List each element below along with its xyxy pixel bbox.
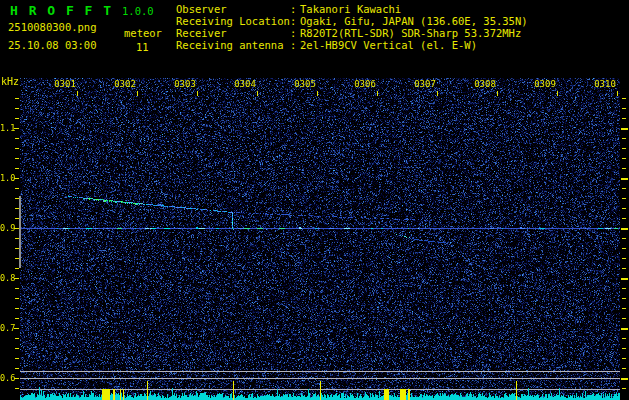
time-tick-label: 0302 <box>114 79 136 89</box>
station-info-row: Receiving antenna:2el-HB9CV Vertical (el… <box>176 39 528 51</box>
output-filename: 2510080300.png <box>8 21 97 33</box>
info-colon: : <box>290 39 300 51</box>
freq-tick-label: 0.9 <box>0 223 14 233</box>
freq-tick-label: 0.7 <box>0 323 14 333</box>
time-tick-label: 0304 <box>234 79 256 89</box>
time-tick-label: 0301 <box>54 79 76 89</box>
info-colon: : <box>290 3 300 15</box>
info-colon: : <box>290 15 300 27</box>
freq-tick-label: 0.8 <box>0 273 14 283</box>
time-tick-label: 0306 <box>354 79 376 89</box>
time-tick-label: 0308 <box>474 79 496 89</box>
station-info-row: Receiving Location:Ogaki, Gifu, JAPAN (1… <box>176 15 528 27</box>
freq-tick-label: 0.6 <box>0 373 14 383</box>
observation-datetime: 25.10.08 03:00 <box>8 39 97 51</box>
spectrogram-canvas <box>0 75 629 400</box>
station-info: Observer:Takanori KawachiReceiving Locat… <box>176 3 528 51</box>
echo-count: 11 <box>136 41 149 53</box>
info-value: Ogaki, Gifu, JAPAN (136.60E, 35.35N) <box>300 15 528 27</box>
info-colon: : <box>290 27 300 39</box>
info-value: Takanori Kawachi <box>300 3 401 15</box>
time-tick-label: 0310 <box>594 79 616 89</box>
time-tick-label: 0307 <box>414 79 436 89</box>
app-version: 1.0.0 <box>122 5 154 17</box>
info-label: Receiving antenna <box>176 39 290 51</box>
station-info-row: Receiver:R820T2(RTL-SDR) SDR-Sharp 53.37… <box>176 27 528 39</box>
info-label: Receiver <box>176 27 290 39</box>
mode-label: meteor <box>124 27 162 39</box>
info-value: R820T2(RTL-SDR) SDR-Sharp 53.372MHz <box>300 27 521 39</box>
hrofft-window: H R O F F T 1.0.0 2510080300.png meteor … <box>0 0 629 400</box>
info-label: Receiving Location <box>176 15 290 27</box>
info-label: Observer <box>176 3 290 15</box>
app-title: H R O F F T <box>10 3 113 18</box>
time-tick-label: 0309 <box>534 79 556 89</box>
freq-tick-label: 1.0 <box>0 173 14 183</box>
freq-axis-unit: kHz <box>1 76 19 87</box>
info-value: 2el-HB9CV Vertical (el. E-W) <box>300 39 477 51</box>
time-tick-label: 0305 <box>294 79 316 89</box>
time-tick-label: 0303 <box>174 79 196 89</box>
freq-tick-label: 1.1 <box>0 123 14 133</box>
station-info-row: Observer:Takanori Kawachi <box>176 3 528 15</box>
